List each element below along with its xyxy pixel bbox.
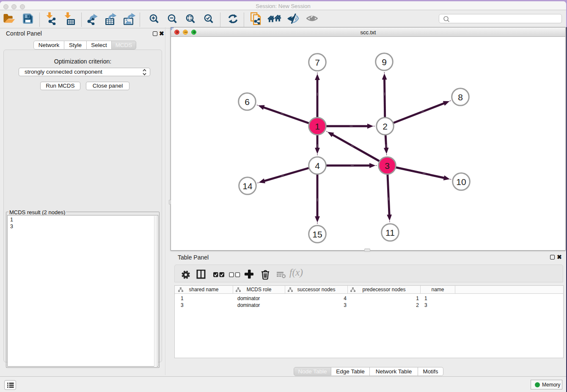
svg-text:8: 8 <box>458 92 463 102</box>
svg-text:1: 1 <box>315 121 320 131</box>
svg-text:2: 2 <box>383 121 388 131</box>
svg-text:9: 9 <box>382 57 387 67</box>
svg-text:4: 4 <box>315 161 320 171</box>
svg-text:10: 10 <box>456 177 466 187</box>
svg-text:6: 6 <box>245 97 250 107</box>
svg-text:3: 3 <box>385 161 390 171</box>
svg-text:11: 11 <box>385 228 395 237</box>
svg-text:7: 7 <box>315 58 320 67</box>
svg-text:15: 15 <box>312 229 322 239</box>
svg-text:14: 14 <box>242 181 253 191</box>
